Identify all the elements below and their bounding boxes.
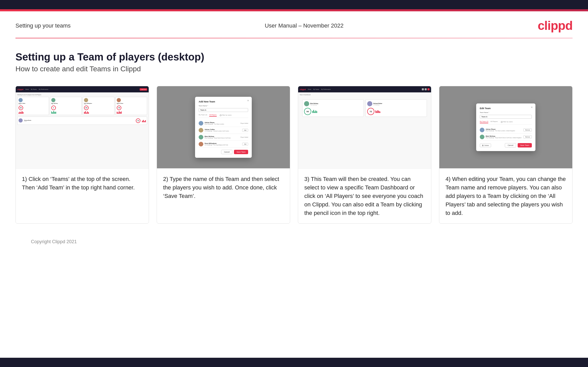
bar <box>52 112 53 114</box>
modal-title-4: Edit Team <box>480 107 532 110</box>
bar <box>120 112 121 114</box>
mock-member-bars-2 <box>375 110 380 113</box>
mock-member-score-2: 72 <box>367 108 374 115</box>
add-new-team-modal: Add New Team ✕ Team Name * My Team (2) A… <box>195 97 252 158</box>
team-name-label-2: Team Name * <box>199 105 248 107</box>
bar <box>51 111 52 114</box>
mock-nav-actions-3 <box>422 88 430 90</box>
bar <box>117 112 117 114</box>
mock-team-grid-3: Blair McHarg Plus Handicap 94 <box>300 97 430 119</box>
mock-member-name-2: Richard Butler <box>373 103 382 104</box>
bar <box>19 112 19 114</box>
mock-player-card-4: Adrian Player + HC 78 <box>115 97 147 115</box>
remove-player-btn-1[interactable]: Remove <box>523 135 532 138</box>
edit-player-row-1: Blair McHarg Plus Handicap · Royal North… <box>480 134 532 141</box>
player-club-1: 1.5 Handicap · Central London Golf Centr… <box>205 130 241 132</box>
mock-avatar-5 <box>19 118 23 123</box>
page-title: Setting up a Team of players (desktop) <box>15 51 573 63</box>
mock-players-1: Adrian Coliba 1.5 HC 84 <box>17 97 147 115</box>
player-info-3: Dave Billingham 3.5 Handicap · The Dog M… <box>205 143 241 146</box>
bar <box>121 111 122 114</box>
team-name-label-4: Team Name * <box>480 112 532 113</box>
mock-member-stats-1: 94 <box>304 108 362 115</box>
mock-member-score-1: 94 <box>304 108 311 115</box>
mock-bars-1 <box>19 111 48 114</box>
tab-filter-label-2: Filter by name <box>222 114 232 116</box>
mock-member-avatar-1 <box>304 101 309 106</box>
card-2: Add New Team ✕ Team Name * My Team (2) A… <box>157 86 290 224</box>
mock-nav-teams: My Teams <box>31 89 37 90</box>
accent-bar <box>0 9 588 11</box>
mock-nav-3: clippd Home My Teams My Performance <box>298 86 431 92</box>
delete-team-button-4[interactable]: 🗑 Delete <box>480 144 491 147</box>
bar <box>54 112 55 114</box>
edit-player-avatar-0 <box>480 128 484 132</box>
mock-pinfo-1: 1.5 HC <box>19 104 48 105</box>
filter-checkbox-4[interactable] <box>501 121 502 123</box>
main-content: Setting up a Team of players (desktop) H… <box>0 38 588 260</box>
card-3-screenshot: clippd Home My Teams My Performance Team… <box>298 86 431 169</box>
mock-member-club-2: 5.2 Handicap <box>373 104 382 106</box>
mock-content-1: Viewing 6 out of 6 players from All Play… <box>16 92 149 168</box>
bar <box>375 110 376 113</box>
tab-all-players-2[interactable]: All Players <box>209 114 216 117</box>
remove-player-btn-0[interactable]: Remove <box>523 128 532 132</box>
save-team-button-2[interactable]: Save Team <box>234 150 248 154</box>
mock-pinfo-5-wrap: Richard Butler 5.2 HC <box>24 120 31 122</box>
player-club-3: 3.5 Handicap · The Dog Majing Golf Club <box>205 144 241 146</box>
mock-pinfo-3: 3.5 HC <box>84 104 113 105</box>
header-section-label: Setting up your teams <box>15 22 71 29</box>
mock-pinfo-5: 5.2 HC <box>24 121 31 122</box>
modal-close-icon-2[interactable]: ✕ <box>247 99 249 102</box>
mock-logo-3: clippd <box>300 88 306 91</box>
bar <box>55 112 56 114</box>
bar <box>23 112 23 114</box>
mock-add-team-btn: + Add Team <box>140 88 147 91</box>
copyright-text: Copyright Clippd 2021 <box>31 239 77 244</box>
card-1-text: 1) Click on ‘Teams’ at the top of the sc… <box>16 169 149 223</box>
tab-my-team-2[interactable]: My Team (2) <box>199 114 207 117</box>
bar <box>379 111 379 113</box>
mock-nav-perf: My Performance <box>39 89 48 90</box>
top-bar <box>0 0 588 9</box>
mock-player-card-2: Blair McHarg + HC 0 <box>50 97 82 115</box>
edit-player-avatar-1 <box>480 135 484 139</box>
tab-all-players-4[interactable]: All Players <box>490 121 498 123</box>
card-4: Edit Team ✕ Team Name * My Team (2) All … <box>439 86 573 224</box>
player-info-2: Blair McHarg Plus Handicap · Royal North… <box>205 136 239 139</box>
mock-nav3-home: Home <box>308 89 311 90</box>
bar <box>145 120 146 122</box>
edit-player-info-0: Adrian Player Plus Handicap · The Stow L… <box>486 128 522 132</box>
player-list-2: Adrian Player Plus Handicap · The Stow L… <box>199 120 248 148</box>
mock-member-header-1: Blair McHarg Plus Handicap <box>304 101 362 107</box>
player-row-0: Adrian Player Plus Handicap · The Stow L… <box>199 120 248 127</box>
cancel-button-4[interactable]: Cancel <box>505 143 516 147</box>
team-name-input-2[interactable] <box>199 108 248 112</box>
add-player-btn-3[interactable]: Add <box>242 143 248 146</box>
mock-member-info-2: Richard Butler 5.2 Handicap <box>373 103 382 106</box>
bar <box>314 111 315 113</box>
bar <box>22 111 22 114</box>
mock-nav3-teams: My Teams <box>313 89 319 90</box>
edit-team-modal: Edit Team ✕ Team Name * My Team (2) All … <box>476 103 535 151</box>
footer: Copyright Clippd 2021 <box>15 234 573 250</box>
player-row-2: Blair McHarg Plus Handicap · Royal North… <box>199 134 248 141</box>
add-player-btn-1[interactable]: Add <box>242 129 248 132</box>
card-4-screenshot: Edit Team ✕ Team Name * My Team (2) All … <box>439 86 572 169</box>
team-name-input-4[interactable] <box>480 115 532 119</box>
mock-player-card-3: Dave Billingham 3.5 HC 94 <box>83 97 114 115</box>
modal-close-icon-4[interactable]: ✕ <box>531 106 533 109</box>
mock-avatar-1 <box>19 98 23 102</box>
page-subtitle: How to create and edit Teams in Clippd <box>15 65 573 73</box>
filter-checkbox-2[interactable] <box>220 115 221 116</box>
mock-subtitle-1: Viewing 6 out of 6 players from All Play… <box>17 94 147 95</box>
player-row-3: Dave Billingham 3.5 Handicap · The Dog M… <box>199 141 248 148</box>
tab-my-team-4[interactable]: My Team (2) <box>480 121 488 123</box>
tab-filter-label-4: Filter by name <box>503 121 513 123</box>
bar <box>380 111 380 113</box>
card-3: clippd Home My Teams My Performance Team… <box>298 86 431 224</box>
mock-icon-2 <box>425 88 427 90</box>
edit-player-row-0: Adrian Player Plus Handicap · The Stow L… <box>480 127 532 134</box>
cancel-button-2[interactable]: Cancel <box>221 150 232 154</box>
save-team-button-4[interactable]: Save Team <box>518 143 532 147</box>
